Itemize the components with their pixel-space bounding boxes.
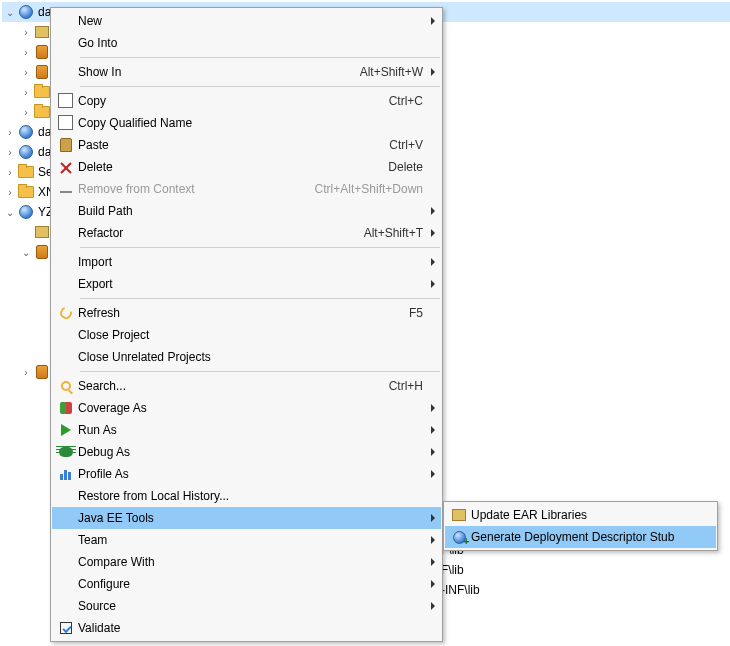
menu-item-refactor[interactable]: RefactorAlt+Shift+T [52, 222, 441, 244]
menu-item-refresh[interactable]: RefreshF5 [52, 302, 441, 324]
folder-icon [18, 164, 34, 180]
jar-icon [34, 64, 50, 80]
menu-item-label: Paste [78, 138, 377, 152]
menu-item-new[interactable]: New [52, 10, 441, 32]
twisty-closed-icon[interactable]: › [20, 86, 32, 98]
submenu-arrow-icon [431, 229, 435, 237]
submenu-arrow-icon [431, 448, 435, 456]
java-ee-tools-submenu[interactable]: Update EAR LibrariesGenerate Deployment … [443, 501, 718, 551]
menu-item-label: Restore from Local History... [78, 489, 423, 503]
menu-item-label: Build Path [78, 204, 423, 218]
remove-icon [54, 178, 78, 200]
menu-item-label: Profile As [78, 467, 423, 481]
menu-item-go-into[interactable]: Go Into [52, 32, 441, 54]
twisty-closed-icon[interactable]: › [20, 66, 32, 78]
twisty-closed-icon[interactable]: › [20, 26, 32, 38]
twisty-none [36, 266, 48, 278]
menu-item-label: Remove from Context [78, 182, 303, 196]
menu-item-validate[interactable]: Validate [52, 617, 441, 639]
menu-item-export[interactable]: Export [52, 273, 441, 295]
jar-icon [34, 244, 50, 260]
menu-icon-spacer [54, 346, 78, 368]
twisty-closed-icon[interactable]: › [20, 106, 32, 118]
jar-icon [34, 364, 50, 380]
twisty-closed-icon[interactable]: › [4, 186, 16, 198]
submenu-arrow-icon [431, 426, 435, 434]
menu-item-import[interactable]: Import [52, 251, 441, 273]
submenu-arrow-icon [431, 514, 435, 522]
twisty-open-icon[interactable]: ⌄ [20, 246, 32, 258]
menu-item-label: Java EE Tools [78, 511, 423, 525]
menu-item-paste[interactable]: PasteCtrl+V [52, 134, 441, 156]
submenu-item-generate-deployment-descriptor-stub[interactable]: Generate Deployment Descriptor Stub [445, 526, 716, 548]
menu-separator [80, 86, 440, 87]
menu-item-copy[interactable]: CopyCtrl+C [52, 90, 441, 112]
menu-item-close-project[interactable]: Close Project [52, 324, 441, 346]
twisty-closed-icon[interactable]: › [4, 146, 16, 158]
submenu-arrow-icon [431, 207, 435, 215]
twisty-closed-icon[interactable]: › [4, 126, 16, 138]
folder-icon [34, 104, 50, 120]
menu-item-source[interactable]: Source [52, 595, 441, 617]
menu-item-label: Export [78, 277, 423, 291]
menu-item-label: Delete [78, 160, 376, 174]
twisty-open-icon[interactable]: ⌄ [4, 206, 16, 218]
menu-item-coverage-as[interactable]: Coverage As [52, 397, 441, 419]
menu-item-debug-as[interactable]: Debug As [52, 441, 441, 463]
menu-item-label: Compare With [78, 555, 423, 569]
twisty-none [36, 306, 48, 318]
menu-icon-spacer [54, 200, 78, 222]
menu-item-java-ee-tools[interactable]: Java EE Tools [52, 507, 441, 529]
submenu-item-update-ear-libraries[interactable]: Update EAR Libraries [445, 504, 716, 526]
menu-item-close-unrelated-projects[interactable]: Close Unrelated Projects [52, 346, 441, 368]
twisty-closed-icon[interactable]: › [20, 366, 32, 378]
profile-icon [54, 463, 78, 485]
context-menu[interactable]: NewGo IntoShow InAlt+Shift+WCopyCtrl+CCo… [50, 7, 443, 642]
menu-icon-spacer [54, 595, 78, 617]
menu-icon-spacer [54, 529, 78, 551]
menu-item-label: Update EAR Libraries [471, 508, 698, 522]
menu-item-search[interactable]: Search...Ctrl+H [52, 375, 441, 397]
menu-item-label: Refactor [78, 226, 352, 240]
twisty-closed-icon[interactable]: › [4, 166, 16, 178]
menu-icon-spacer [54, 32, 78, 54]
twisty-none [36, 286, 48, 298]
submenu-arrow-icon [431, 17, 435, 25]
menu-separator [80, 247, 440, 248]
menu-item-compare-with[interactable]: Compare With [52, 551, 441, 573]
menu-item-label: Configure [78, 577, 423, 591]
menu-item-team[interactable]: Team [52, 529, 441, 551]
menu-item-build-path[interactable]: Build Path [52, 200, 441, 222]
menu-item-accelerator: Ctrl+Alt+Shift+Down [303, 182, 423, 196]
menu-icon-spacer [54, 324, 78, 346]
menu-item-show-in[interactable]: Show InAlt+Shift+W [52, 61, 441, 83]
menu-separator [80, 298, 440, 299]
menu-icon-spacer [54, 485, 78, 507]
twisty-none [20, 226, 32, 238]
menu-item-accelerator: Alt+Shift+W [348, 65, 423, 79]
globe-icon [18, 4, 34, 20]
menu-icon-spacer [54, 551, 78, 573]
menu-item-label: Show In [78, 65, 348, 79]
menu-item-run-as[interactable]: Run As [52, 419, 441, 441]
twisty-none [36, 346, 48, 358]
menu-separator [80, 57, 440, 58]
menu-item-accelerator: Alt+Shift+T [352, 226, 423, 240]
menu-item-copy-qualified-name[interactable]: Copy Qualified Name [52, 112, 441, 134]
debug-icon [54, 441, 78, 463]
submenu-arrow-icon [431, 404, 435, 412]
menu-item-label: Coverage As [78, 401, 423, 415]
check-icon [54, 617, 78, 639]
menu-item-label: Refresh [78, 306, 397, 320]
menu-item-restore-from-local-history[interactable]: Restore from Local History... [52, 485, 441, 507]
submenu-arrow-icon [431, 470, 435, 478]
twisty-closed-icon[interactable]: › [20, 46, 32, 58]
menu-item-profile-as[interactable]: Profile As [52, 463, 441, 485]
twisty-open-icon[interactable]: ⌄ [4, 6, 16, 18]
gen-icon [447, 526, 471, 548]
menu-item-label: Go Into [78, 36, 423, 50]
menu-item-configure[interactable]: Configure [52, 573, 441, 595]
menu-item-delete[interactable]: DeleteDelete [52, 156, 441, 178]
copy-icon [54, 112, 78, 134]
menu-item-label: Validate [78, 621, 423, 635]
